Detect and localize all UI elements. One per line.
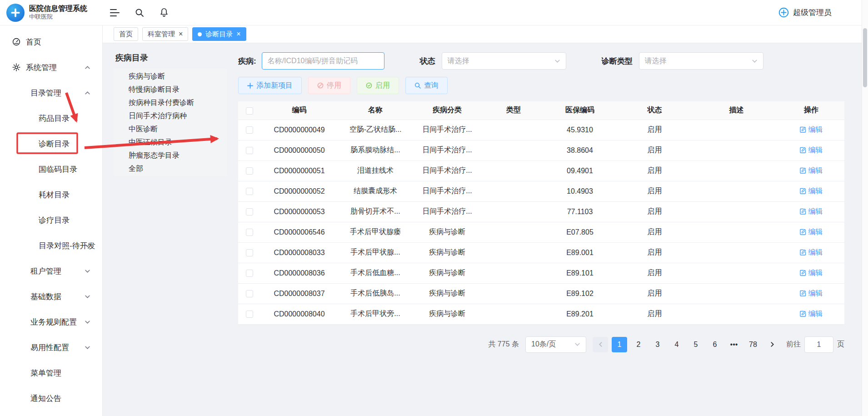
- cell-insurance-code: E89.101: [545, 263, 614, 283]
- add-item-button[interactable]: 添加新项目: [238, 77, 302, 94]
- goto-page-input[interactable]: [804, 336, 833, 353]
- sidebar-item-usability-config[interactable]: 易用性配置: [0, 335, 102, 360]
- page-button[interactable]: 4: [669, 337, 684, 352]
- sidebar-item-label: 租户管理: [30, 266, 61, 276]
- sidebar-item-menu-management[interactable]: 菜单管理: [0, 360, 102, 386]
- row-checkbox[interactable]: [246, 311, 253, 318]
- tab-label: 诊断目录: [205, 30, 233, 39]
- edit-button[interactable]: 编辑: [800, 268, 823, 278]
- page-button[interactable]: 2: [631, 337, 646, 352]
- close-icon[interactable]: ×: [179, 30, 183, 38]
- prev-page-button[interactable]: [593, 337, 608, 352]
- sidebar-item-basic-data[interactable]: 基础数据: [0, 284, 102, 309]
- next-page-button[interactable]: [764, 337, 780, 352]
- edit-button[interactable]: 编辑: [800, 186, 823, 196]
- column-header-status: 状态: [614, 101, 695, 120]
- tab-department-management[interactable]: 科室管理 ×: [142, 27, 188, 41]
- tree-item[interactable]: 疾病与诊断: [114, 70, 227, 83]
- table-row: CD0000008033 手术后甲状腺... 疾病与诊断 E89.001 启用: [238, 242, 844, 263]
- toolbar: 添加新项目 停用 启用 查询: [238, 77, 844, 94]
- query-button[interactable]: 查询: [405, 77, 448, 94]
- row-checkbox[interactable]: [246, 229, 253, 236]
- cell-description: [695, 242, 778, 263]
- disease-search-input[interactable]: [262, 52, 384, 70]
- status-select[interactable]: 请选择: [442, 52, 566, 70]
- edit-button[interactable]: 编辑: [800, 227, 823, 237]
- page-button[interactable]: 3: [650, 337, 665, 352]
- tree-item[interactable]: 全部: [114, 162, 227, 175]
- page-size-select[interactable]: 10条/页: [525, 336, 586, 353]
- tree-item[interactable]: 日间手术治疗病种: [114, 109, 227, 122]
- user-menu[interactable]: 超级管理员: [778, 7, 832, 18]
- page-button[interactable]: •••: [726, 337, 742, 352]
- row-checkbox[interactable]: [246, 167, 253, 175]
- edit-button[interactable]: 编辑: [800, 289, 823, 298]
- row-checkbox[interactable]: [246, 147, 253, 154]
- tree-item[interactable]: 肿瘤形态学目录: [114, 149, 227, 162]
- page-button[interactable]: 78: [745, 337, 761, 352]
- tab-home[interactable]: 首页: [114, 27, 138, 41]
- cell-description: [695, 140, 778, 160]
- edit-button[interactable]: 编辑: [800, 248, 823, 257]
- cell-status: 启用: [614, 181, 695, 201]
- tree-item[interactable]: 中医证候目录: [114, 135, 227, 149]
- page-button[interactable]: 1: [612, 337, 627, 352]
- sidebar-item-drug-catalog[interactable]: 药品目录: [0, 105, 102, 131]
- sidebar-item-catalog-mapping[interactable]: 目录对照-待开发: [0, 233, 102, 258]
- search-icon[interactable]: [135, 8, 144, 17]
- row-checkbox[interactable]: [246, 208, 253, 216]
- sidebar-item-system-management[interactable]: 系统管理: [0, 55, 102, 80]
- sidebar-item-label: 国临码目录: [39, 164, 77, 175]
- cell-category: 疾病与诊断: [413, 222, 482, 242]
- scrollbar-thumb[interactable]: [863, 28, 867, 87]
- cell-category: 疾病与诊断: [413, 263, 482, 283]
- page-button[interactable]: 6: [707, 337, 723, 352]
- cell-insurance-code: E89.201: [545, 304, 614, 324]
- edit-button[interactable]: 编辑: [800, 145, 823, 155]
- search-icon: [414, 82, 421, 89]
- edit-button[interactable]: 编辑: [800, 207, 823, 216]
- tree-title: 疾病目录: [114, 52, 227, 63]
- enable-button[interactable]: 启用: [357, 77, 399, 94]
- sidebar-item-tenant-management[interactable]: 租户管理: [0, 258, 102, 284]
- bell-icon[interactable]: [160, 8, 169, 17]
- cell-insurance-code: 09.4901: [545, 160, 614, 181]
- sidebar-item-diagnosis-catalog[interactable]: 诊断目录: [0, 131, 102, 156]
- sidebar-item-consumables-catalog[interactable]: 耗材目录: [0, 182, 102, 207]
- diagnosis-type-select[interactable]: 请选择: [639, 52, 763, 70]
- sidebar-item-national-code-catalog[interactable]: 国临码目录: [0, 156, 102, 182]
- edit-button[interactable]: 编辑: [800, 125, 823, 135]
- cell-description: [695, 263, 778, 283]
- sidebar-item-label: 业务规则配置: [30, 317, 77, 327]
- row-checkbox[interactable]: [246, 126, 253, 134]
- app-subtitle: 中联医院: [29, 13, 87, 20]
- close-icon[interactable]: ×: [236, 30, 240, 38]
- cell-description: [695, 160, 778, 181]
- circle-check-icon: [366, 82, 372, 89]
- tree-item[interactable]: 按病种目录付费诊断: [114, 96, 227, 109]
- cell-status: 启用: [614, 263, 695, 283]
- sidebar-item-catalog-management[interactable]: 目录管理: [0, 80, 102, 105]
- edit-button[interactable]: 编辑: [800, 309, 823, 319]
- disable-button[interactable]: 停用: [308, 77, 350, 94]
- goto-page: 前往 页: [786, 336, 844, 353]
- sidebar-item-business-rules[interactable]: 业务规则配置: [0, 309, 102, 335]
- row-checkbox[interactable]: [246, 188, 253, 195]
- page-content: 疾病目录 疾病与诊断 特慢病诊断目录 按病种目录付费诊断 日间手术治疗病种 中医…: [103, 43, 862, 416]
- row-checkbox[interactable]: [246, 249, 253, 256]
- tab-diagnosis-catalog[interactable]: 诊断目录 ×: [192, 27, 246, 41]
- cell-category: 日间手术治疗...: [413, 201, 482, 222]
- row-checkbox[interactable]: [246, 290, 253, 297]
- tree-item[interactable]: 中医诊断: [114, 122, 227, 135]
- sidebar-item-home[interactable]: 首页: [0, 29, 102, 55]
- edit-button[interactable]: 编辑: [800, 166, 823, 175]
- sidebar-item-treatment-catalog[interactable]: 诊疗目录: [0, 207, 102, 233]
- page-button[interactable]: 5: [688, 337, 703, 352]
- cell-type: [482, 181, 545, 201]
- row-checkbox[interactable]: [246, 270, 253, 277]
- sidebar-item-notice[interactable]: 通知公告: [0, 386, 102, 411]
- menu-collapse-icon[interactable]: [110, 9, 120, 17]
- cell-type: [482, 120, 545, 140]
- tree-item[interactable]: 特慢病诊断目录: [114, 83, 227, 96]
- select-all-checkbox[interactable]: [246, 107, 253, 115]
